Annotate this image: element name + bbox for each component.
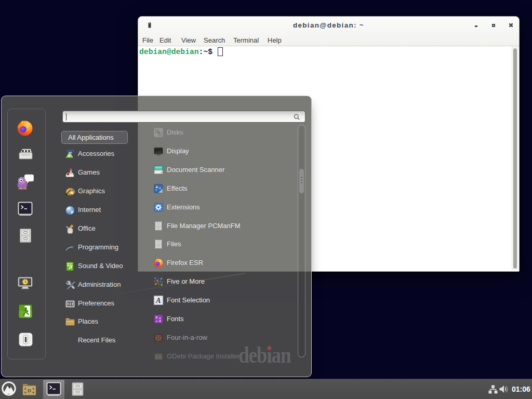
svg-text:a: a xyxy=(159,319,161,323)
svg-text:A: A xyxy=(155,297,161,304)
svg-text:D: D xyxy=(28,388,31,393)
svg-text:a: a xyxy=(156,319,157,323)
